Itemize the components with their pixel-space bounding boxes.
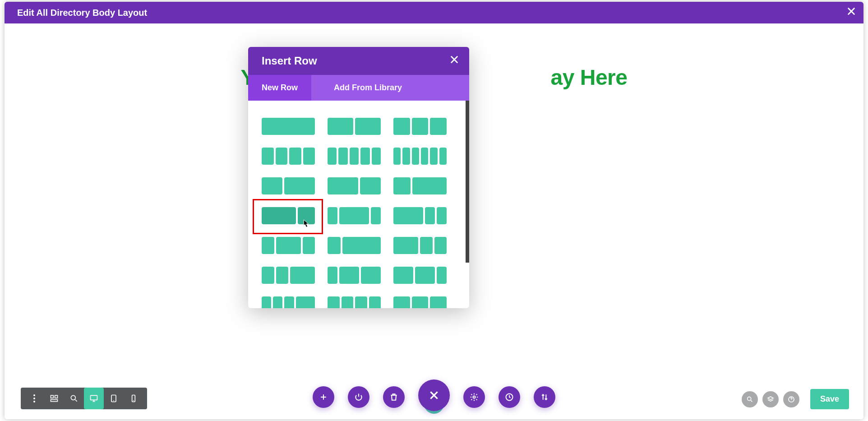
- close-icon: [449, 55, 459, 65]
- desktop-view-button[interactable]: [84, 388, 104, 409]
- editor-frame: Edit All Directory Body Layout Your Dyay…: [5, 2, 863, 419]
- save-button[interactable]: Save: [810, 389, 849, 409]
- row-layout-option[interactable]: [328, 118, 381, 135]
- row-layout-option[interactable]: [262, 237, 315, 254]
- svg-line-8: [75, 400, 77, 402]
- row-layout-option[interactable]: [393, 148, 447, 165]
- more-menu-button[interactable]: [24, 388, 44, 409]
- wireframe-view-button[interactable]: [44, 388, 64, 409]
- insert-row-modal-title: Insert Row: [262, 55, 317, 67]
- editor-close-button[interactable]: [846, 6, 856, 19]
- row-layout-option[interactable]: [328, 237, 381, 254]
- help-icon: [788, 396, 795, 403]
- settings-button[interactable]: [463, 386, 485, 408]
- row-layout-option[interactable]: [262, 207, 315, 224]
- editor-canvas[interactable]: Your Dyay Here Insert Row New Row Add Fr…: [5, 23, 863, 419]
- svg-point-7: [71, 395, 75, 400]
- row-layout-option[interactable]: [393, 237, 447, 254]
- power-button[interactable]: [348, 386, 369, 408]
- svg-rect-9: [91, 395, 97, 400]
- clock-icon: [505, 393, 514, 402]
- insert-row-modal-close-button[interactable]: [449, 55, 459, 67]
- view-toolbar: [21, 388, 147, 409]
- phone-icon: [129, 394, 138, 403]
- editor-title: Edit All Directory Body Layout: [17, 8, 147, 18]
- close-toolbar-button[interactable]: [418, 379, 450, 411]
- row-layout-option[interactable]: [262, 118, 315, 135]
- tab-add-from-library[interactable]: Add From Library: [311, 75, 425, 101]
- svg-line-23: [751, 400, 752, 402]
- row-layout-option[interactable]: [393, 207, 447, 224]
- svg-point-20: [473, 396, 476, 398]
- row-layout-option[interactable]: [328, 177, 381, 194]
- row-layout-option[interactable]: [328, 207, 381, 224]
- row-layout-option[interactable]: [393, 296, 447, 308]
- close-icon: [428, 389, 440, 401]
- row-layout-option[interactable]: [262, 148, 315, 165]
- row-layout-option[interactable]: [262, 267, 315, 284]
- insert-row-tabs: New Row Add From Library: [248, 75, 469, 101]
- tablet-icon: [109, 394, 118, 403]
- insert-row-modal: Insert Row New Row Add From Library: [248, 47, 469, 308]
- history-button[interactable]: [499, 386, 520, 408]
- action-toolbar: [313, 383, 555, 411]
- power-icon: [354, 393, 363, 402]
- row-layout-option[interactable]: [393, 267, 447, 284]
- search-icon: [746, 396, 753, 403]
- row-layout-option[interactable]: [262, 177, 315, 194]
- close-icon: [846, 6, 856, 16]
- headline-right-fragment: ay Here: [551, 65, 628, 89]
- insert-row-body: [248, 101, 469, 308]
- modal-scrollbar[interactable]: [466, 101, 469, 263]
- utility-toolbar: Save: [742, 389, 849, 409]
- row-layout-option[interactable]: [393, 118, 447, 135]
- plus-icon: [319, 393, 328, 402]
- row-layout-option[interactable]: [328, 267, 381, 284]
- row-layout-option[interactable]: [328, 148, 381, 165]
- gear-icon: [470, 393, 479, 402]
- add-button[interactable]: [313, 386, 334, 408]
- row-layout-option[interactable]: [393, 177, 447, 194]
- row-layout-grid: [262, 118, 456, 308]
- swap-button[interactable]: [534, 386, 555, 408]
- phone-view-button[interactable]: [124, 388, 143, 409]
- svg-rect-5: [55, 395, 58, 398]
- tablet-view-button[interactable]: [104, 388, 124, 409]
- wireframe-icon: [50, 394, 59, 403]
- zoom-button[interactable]: [64, 388, 84, 409]
- row-layout-option[interactable]: [262, 296, 315, 308]
- swap-vertical-icon: [540, 393, 549, 402]
- svg-rect-6: [51, 400, 58, 402]
- search-icon: [69, 394, 78, 403]
- more-vertical-icon: [33, 394, 35, 402]
- trash-icon: [389, 393, 398, 402]
- search-button[interactable]: [742, 391, 758, 407]
- insert-row-modal-header: Insert Row: [248, 47, 469, 75]
- layers-button[interactable]: [762, 391, 779, 407]
- desktop-icon: [89, 394, 98, 403]
- layers-icon: [767, 396, 774, 403]
- editor-header: Edit All Directory Body Layout: [5, 2, 863, 23]
- delete-button[interactable]: [383, 386, 405, 408]
- help-button[interactable]: [783, 391, 799, 407]
- svg-rect-4: [51, 395, 54, 398]
- svg-point-22: [748, 397, 751, 400]
- row-layout-option[interactable]: [328, 296, 381, 308]
- tab-new-row[interactable]: New Row: [248, 75, 311, 101]
